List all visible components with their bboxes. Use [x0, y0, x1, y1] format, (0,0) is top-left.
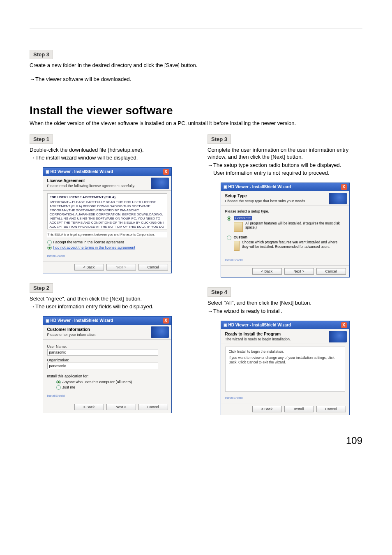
step2-arrow: The user information entry fields will b… — [30, 303, 184, 310]
step1-text: Double-click the downloaded file (hdrset… — [30, 146, 184, 154]
cust-sub: Please enter your information. — [47, 333, 167, 337]
app-icon: ▣ — [46, 169, 51, 174]
customer-info-dialog: ▣HD Viewer - InstallShield Wizard X Cust… — [43, 316, 172, 413]
license-heading: License Agreement — [47, 178, 167, 183]
pre-step-text: Create a new folder in the desired direc… — [30, 62, 202, 69]
user-name-label: User Name: — [47, 345, 167, 349]
close-icon[interactable]: X — [341, 322, 347, 328]
install-button[interactable]: Install — [284, 406, 314, 412]
dialog-titlebar: ▣HD Viewer - InstallShield Wizard X — [221, 321, 349, 329]
cancel-button[interactable]: Cancel — [138, 404, 168, 410]
radio-icon — [227, 216, 231, 221]
dialog-header: Ready to Install the Program The wizard … — [221, 329, 349, 344]
step1-chip: Step 1 — [30, 134, 53, 144]
top-separator — [30, 28, 362, 28]
organization-field[interactable]: panasonic — [47, 363, 158, 369]
back-button[interactable]: < Back — [252, 268, 282, 275]
next-button[interactable]: Next > — [106, 404, 136, 410]
option-custom[interactable]: Custom Choose which program features you… — [225, 235, 345, 251]
step4-text: Select "All", and then click the [Next] … — [208, 299, 362, 307]
user-name-field[interactable]: panasonic — [47, 349, 158, 356]
radio-icon — [56, 380, 61, 384]
dialog-header: Setup Type Choose the setup type that be… — [221, 191, 349, 206]
setup-please: Please select a setup type. — [225, 209, 345, 213]
back-button[interactable]: < Back — [74, 404, 104, 410]
next-button[interactable]: Next > — [106, 264, 136, 271]
eula-body: IMPORTANT – PLEASE CAREFULLY READ THIS E… — [50, 200, 165, 229]
drive-icon — [234, 222, 243, 232]
step3-arrow2: User information entry is not required t… — [208, 169, 362, 177]
dialog-button-bar: < Back Next > Cancel — [43, 261, 171, 273]
step1-arrow: The install wizard window will be displa… — [30, 154, 184, 162]
dialog-header: License Agreement Please read the follow… — [43, 176, 171, 191]
app-icon: ▣ — [224, 185, 228, 189]
step3-arrow: The setup type section radio buttons wil… — [208, 162, 362, 169]
ready-sub: The wizard is ready to begin installatio… — [225, 337, 345, 341]
step2-text: Select "Agree", and then click the [Next… — [30, 295, 184, 303]
dialog-title: HD Viewer - InstallShield Wizard — [228, 323, 291, 327]
eula-footer-line: This EULA is a legal agreement between y… — [47, 231, 167, 238]
radio-accept[interactable]: I accept the terms in the license agreem… — [47, 240, 167, 245]
app-icon: ▣ — [224, 323, 228, 327]
right-column: Step 3 Complete the user information on … — [208, 134, 362, 425]
banner-graphic — [329, 331, 347, 342]
next-button[interactable]: Next > — [284, 268, 314, 275]
dialog-button-bar: < Back Next > Cancel — [43, 401, 171, 413]
installshield-brand: InstallShield — [47, 254, 167, 258]
dialog-titlebar: ▣HD Viewer - InstallShield Wizard X — [43, 317, 171, 325]
ready-line1: Click Install to begin the installation. — [229, 349, 341, 354]
dialog-titlebar: ▣HD Viewer - InstallShield Wizard X — [43, 168, 171, 176]
eula-heading: END USER LICENSE AGREEMENT (EULA) — [50, 195, 165, 199]
cancel-button[interactable]: Cancel — [316, 406, 346, 412]
dialog-button-bar: < Back Install Cancel — [221, 403, 349, 415]
license-sub: Please read the following license agreem… — [47, 184, 167, 188]
dialog-button-bar: < Back Next > Cancel — [221, 265, 349, 277]
close-icon[interactable]: X — [163, 318, 169, 324]
option-custom-desc: Choose which program features you want i… — [242, 240, 345, 251]
step3-text: Complete the user information on the use… — [208, 146, 362, 161]
option-complete-desc: All program features will be installed. … — [245, 221, 345, 232]
radio-all-users-label: Anyone who uses this computer (all users… — [62, 380, 132, 384]
dialog-title: HD Viewer - InstallShield Wizard — [51, 318, 113, 323]
eula-textbox[interactable]: END USER LICENSE AGREEMENT (EULA) IMPORT… — [47, 193, 167, 229]
banner-graphic — [151, 326, 169, 338]
banner-graphic — [329, 193, 347, 204]
back-button[interactable]: < Back — [252, 406, 282, 412]
section-title: Install the viewer software — [30, 104, 362, 117]
step4-arrow: The wizard is ready to install. — [208, 308, 362, 315]
dialog-titlebar: ▣HD Viewer - InstallShield Wizard X — [221, 183, 349, 191]
pre-step-arrow: The viewer software will be downloaded. — [30, 76, 362, 83]
radio-decline-label: I do not accept the terms in the license… — [53, 245, 136, 250]
license-dialog: ▣HD Viewer - InstallShield Wizard X Lice… — [43, 167, 172, 273]
ready-text: Click Install to begin the installation.… — [225, 347, 345, 392]
ready-install-dialog: ▣HD Viewer - InstallShield Wizard X Read… — [221, 321, 350, 415]
installshield-brand: InstallShield — [225, 396, 345, 400]
step4-chip: Step 4 — [208, 287, 231, 297]
dialog-title: HD Viewer - InstallShield Wizard — [51, 169, 113, 174]
close-icon[interactable]: X — [163, 169, 169, 175]
cancel-button[interactable]: Cancel — [138, 264, 168, 271]
setup-heading: Setup Type — [225, 194, 345, 198]
section-intro: When the older version of the viewer sof… — [30, 120, 362, 127]
radio-all-users[interactable]: Anyone who uses this computer (all users… — [56, 380, 167, 384]
radio-icon — [47, 245, 52, 250]
installshield-brand: InstallShield — [47, 394, 167, 398]
radio-decline[interactable]: I do not accept the terms in the license… — [47, 245, 167, 250]
step2-chip: Step 2 — [30, 283, 53, 293]
radio-just-me[interactable]: Just me — [56, 385, 167, 390]
page-number: 109 — [0, 425, 392, 458]
radio-icon — [227, 236, 231, 240]
ready-line2: If you want to review or change any of y… — [229, 356, 341, 365]
step3-chip: Step 3 — [208, 134, 231, 144]
close-icon[interactable]: X — [341, 184, 347, 190]
dialog-title: HD Viewer - InstallShield Wizard — [228, 185, 291, 189]
option-complete[interactable]: Complete All program features will be in… — [225, 216, 345, 232]
back-button[interactable]: < Back — [74, 264, 104, 271]
dialog-header: Customer Information Please enter your i… — [43, 325, 171, 340]
banner-graphic — [151, 178, 169, 189]
cancel-button[interactable]: Cancel — [316, 268, 346, 275]
setup-type-dialog: ▣HD Viewer - InstallShield Wizard X Setu… — [221, 183, 350, 278]
drive-icon — [234, 241, 240, 251]
radio-accept-label: I accept the terms in the license agreem… — [53, 240, 124, 244]
setup-sub: Choose the setup type that best suits yo… — [225, 199, 345, 203]
